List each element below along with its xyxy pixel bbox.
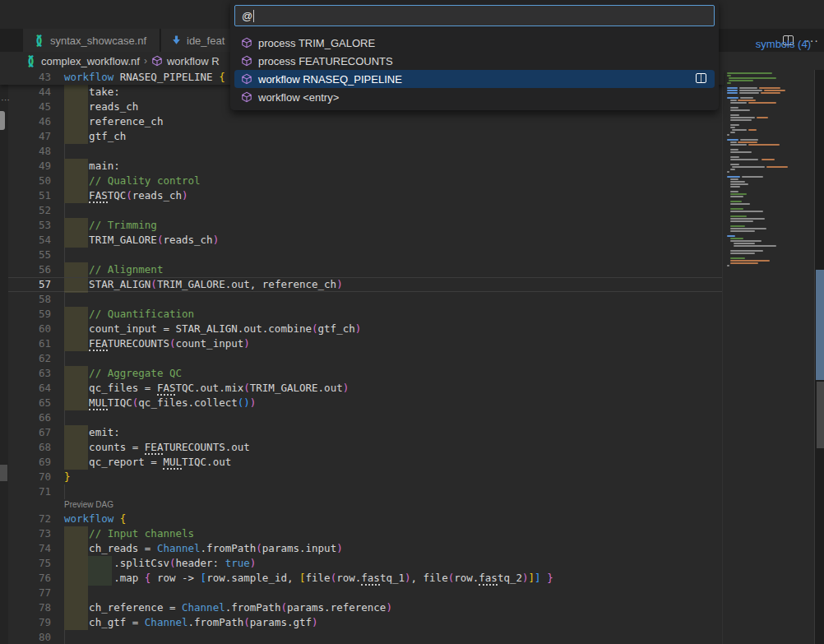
- minimap-line: [730, 151, 752, 153]
- code-line[interactable]: 79 ch_gtf = Channel.fromPath(params.gtf): [0, 615, 724, 630]
- symbol-cube-icon: [151, 55, 163, 67]
- minimap-line: [727, 265, 729, 266]
- code-line[interactable]: 52: [0, 203, 724, 218]
- minimap-line: [764, 90, 785, 91]
- minimap-line: [727, 235, 735, 237]
- minimap-line: [740, 139, 758, 141]
- quick-open-panel: @ process TRIM_GALOREprocess FEATURECOUN…: [230, 0, 719, 110]
- minimap-line: [727, 92, 738, 94]
- code-line[interactable]: 76 .map { row -> [row.sample_id, [file(r…: [0, 571, 724, 586]
- code-line[interactable]: 74 ch_reads = Channel.fromPath(params.in…: [0, 541, 724, 556]
- quick-open-item[interactable]: workflow RNASEQ_PIPELINE: [234, 70, 715, 88]
- minimap-line: [732, 166, 765, 168]
- code-text: STAR_ALIGN(TRIM_GALORE.out, reference_ch…: [64, 277, 343, 292]
- code-line[interactable]: 68 counts = FEATURECOUNTS.out: [0, 440, 724, 455]
- code-line[interactable]: 75 .splitCsv(header: true): [0, 556, 724, 571]
- indent-guide: [64, 351, 65, 366]
- code-line[interactable]: 69 qc_report = MULTIQC.out: [0, 455, 724, 470]
- symbol-cube-icon: [241, 55, 252, 67]
- left-rail: ···: [0, 70, 8, 644]
- minimap-line: [730, 100, 737, 101]
- minimap[interactable]: [722, 70, 814, 644]
- quick-open-query: @: [242, 10, 252, 22]
- code-line[interactable]: 70}: [0, 470, 724, 484]
- scrollbar-thumb-blue[interactable]: [816, 270, 824, 380]
- code-line[interactable]: 80: [0, 630, 724, 644]
- code-text: TRIM_GALORE(reads_ch): [64, 233, 219, 248]
- minimap-line: [730, 257, 745, 259]
- quick-open-item[interactable]: process TRIM_GALORE: [234, 34, 715, 52]
- code-line[interactable]: 59 // Quantification: [0, 307, 724, 322]
- quick-open-item[interactable]: workflow <entry>: [234, 88, 715, 106]
- minimap-line: [739, 90, 762, 91]
- code-line[interactable]: 49 main:: [0, 159, 724, 174]
- minimap-line: [727, 176, 740, 178]
- minimap-line: [730, 159, 758, 160]
- code-line[interactable]: 47 gtf_ch: [0, 129, 724, 144]
- code-line[interactable]: 56 // Alignment: [0, 262, 724, 277]
- code-line[interactable]: 58: [0, 292, 724, 307]
- code-line[interactable]: 78 ch_reference = Channel.fromPath(param…: [0, 600, 724, 615]
- code-text: // Quantification: [64, 307, 194, 322]
- code-line[interactable]: 62: [0, 351, 724, 366]
- code-line[interactable]: 57 STAR_ALIGN(TRIM_GALORE.out, reference…: [0, 277, 724, 292]
- code-line[interactable]: 71: [0, 484, 724, 499]
- minimap-line: [730, 240, 762, 242]
- minimap-line: [727, 139, 738, 141]
- indent-guide: [64, 144, 65, 159]
- code-line[interactable]: 67 emit:: [0, 425, 724, 440]
- code-line[interactable]: 64 qc_files = FASTQC.out.mix(TRIM_GALORE…: [0, 381, 724, 396]
- code-line[interactable]: 63 // Aggregate QC: [0, 366, 724, 381]
- code-text: // Alignment: [64, 262, 163, 277]
- nextflow-icon: [33, 35, 45, 47]
- minimap-line: [727, 75, 731, 76]
- minimap-line: [727, 90, 738, 91]
- quick-open-item[interactable]: process FEATURECOUNTS: [234, 52, 715, 70]
- minimap-line: [738, 100, 756, 101]
- tab-syntax-showcase[interactable]: syntax_showcase.nf: [23, 29, 160, 52]
- scrollbar-thumb-gray[interactable]: [817, 382, 824, 448]
- minimap-line: [729, 77, 776, 79]
- minimap-line: [730, 238, 743, 239]
- overflow-dots-icon[interactable]: ···: [1, 95, 10, 104]
- code-text: .splitCsv(header: true): [64, 556, 256, 571]
- code-line[interactable]: 61 FEATURECOUNTS(count_input): [0, 336, 724, 351]
- code-line[interactable]: 77: [0, 586, 724, 600]
- code-line[interactable]: 50 // Quality control: [0, 174, 724, 188]
- minimap-line: [734, 243, 755, 244]
- minimap-line: [738, 141, 757, 143]
- codelens-preview-dag[interactable]: Preview DAG: [0, 499, 724, 512]
- breadcrumb-symbol[interactable]: workflow R: [167, 55, 220, 67]
- minimap-line: [748, 102, 776, 104]
- minimap-line: [727, 134, 729, 136]
- quick-open-item-label: process FEATURECOUNTS: [258, 55, 393, 67]
- breadcrumb-file[interactable]: complex_workflow.nf: [41, 55, 140, 67]
- code-line[interactable]: 48: [0, 144, 724, 159]
- code-line[interactable]: 72workflow {: [0, 512, 724, 526]
- code-line[interactable]: 73 // Input channels: [0, 526, 724, 541]
- minimap-line: [730, 191, 738, 192]
- open-to-side-icon[interactable]: [696, 73, 706, 83]
- code-text: // Aggregate QC: [64, 366, 182, 381]
- code-line[interactable]: 55: [0, 248, 724, 262]
- code-line[interactable]: 66: [0, 410, 724, 425]
- left-scrollbar-thumb[interactable]: [0, 111, 5, 130]
- code-text: emit:: [64, 425, 120, 440]
- code-line[interactable]: 65 MULTIQC(qc_files.collect()): [0, 396, 724, 410]
- code-line[interactable]: 60 count_input = STAR_ALIGN.out.combine(…: [0, 322, 724, 336]
- code-line[interactable]: 53 // Trimming: [0, 218, 724, 233]
- symbol-cube-icon: [241, 73, 252, 85]
- minimap-line: [730, 225, 745, 227]
- symbol-cube-icon: [241, 91, 252, 103]
- code-line[interactable]: 51 FASTQC(reads_ch): [0, 188, 724, 203]
- code-editor[interactable]: 43workflow RNASEQ_PIPELINE {44 take:45 r…: [0, 70, 824, 644]
- minimap-line: [730, 119, 752, 121]
- minimap-line: [730, 132, 735, 133]
- code-text: .map { row -> [row.sample_id, [file(row.…: [64, 571, 553, 586]
- code-line[interactable]: 54 TRIM_GALORE(reads_ch): [0, 233, 724, 248]
- vertical-scrollbar[interactable]: [814, 70, 824, 644]
- nextflow-icon: [25, 55, 37, 67]
- minimap-line: [759, 87, 780, 89]
- code-line[interactable]: 46 reference_ch: [0, 114, 724, 129]
- quick-open-input[interactable]: @: [234, 5, 715, 26]
